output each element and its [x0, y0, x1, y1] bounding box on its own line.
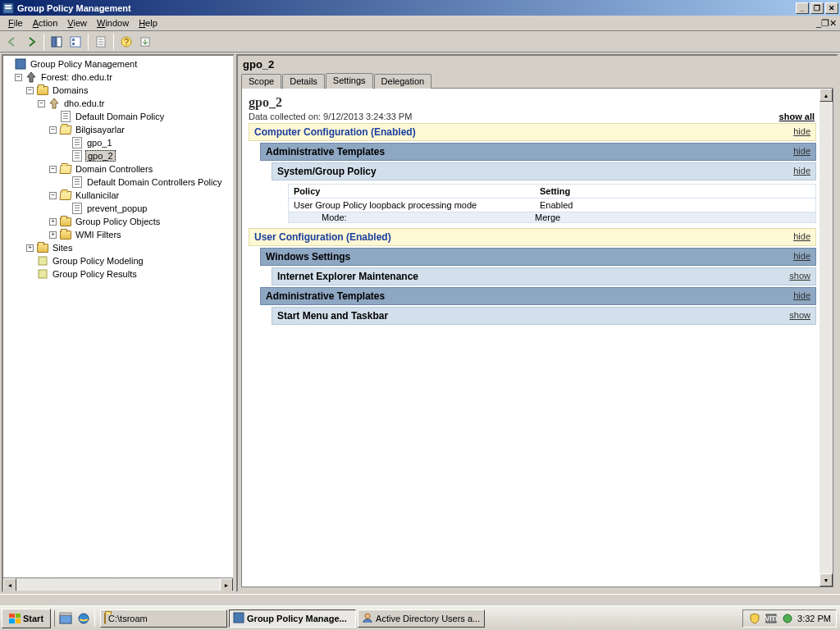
section-computer-configuration[interactable]: Computer Configuration (Enabled) hide [249, 123, 816, 141]
ou-icon [59, 123, 72, 136]
tree-ou-bilgisayarlar[interactable]: Bilgisayarlar [74, 125, 126, 135]
help-button[interactable]: ? [117, 33, 135, 51]
gpmc-icon [233, 612, 244, 625]
tab-details[interactable]: Details [282, 74, 325, 89]
tree-sites[interactable]: Sites [51, 243, 74, 253]
svg-rect-5 [71, 37, 80, 47]
close-button[interactable]: ✕ [825, 2, 838, 14]
menu-window[interactable]: Window [92, 17, 134, 29]
back-button[interactable] [3, 33, 21, 51]
show-link[interactable]: show [789, 310, 810, 322]
export-button[interactable] [136, 33, 154, 51]
minimize-button[interactable]: _ [796, 2, 809, 14]
tree-wmi-filters[interactable]: WMI Filters [74, 230, 123, 240]
tree-ddcp[interactable]: Default Domain Controllers Policy [85, 177, 223, 187]
show-link[interactable]: show [789, 271, 810, 282]
svg-rect-13 [39, 257, 47, 265]
scroll-track[interactable] [819, 102, 833, 573]
properties-button[interactable] [66, 33, 84, 51]
forward-button[interactable] [22, 33, 40, 51]
tab-settings[interactable]: Settings [326, 73, 373, 89]
taskbar-item-explorer[interactable]: C:\tsroam [100, 609, 227, 628]
section-start-menu-taskbar[interactable]: Start Menu and Taskbar show [272, 307, 816, 325]
tab-delegation[interactable]: Delegation [374, 74, 432, 89]
network-icon[interactable] [781, 612, 794, 625]
expand-icon[interactable]: + [26, 244, 34, 252]
policy-name: User Group Policy loopback processing mo… [289, 199, 535, 212]
tree-gp-modeling[interactable]: Group Policy Modeling [51, 256, 145, 266]
show-hide-tree-button[interactable] [48, 33, 66, 51]
mdi-restore-button[interactable]: ❐ [821, 18, 829, 29]
tree-forest[interactable]: Forest: dho.edu.tr [39, 72, 114, 82]
tree-root[interactable]: Group Policy Management [29, 59, 139, 69]
scroll-up-button[interactable]: ▲ [819, 89, 833, 102]
taskbar-clock[interactable]: 3:32 PM [797, 614, 831, 623]
tree-domain[interactable]: dho.edu.tr [62, 98, 107, 108]
report-scrollbar[interactable]: ▲ ▼ [819, 89, 833, 587]
hide-link[interactable]: hide [793, 166, 810, 177]
collapse-icon[interactable]: − [38, 100, 45, 107]
windows-logo-icon [9, 614, 21, 623]
hide-link[interactable]: hide [793, 290, 810, 302]
tree-domains[interactable]: Domains [51, 85, 89, 95]
collapse-icon[interactable]: − [15, 74, 22, 81]
refresh-button[interactable] [92, 33, 110, 51]
gpo-link-icon [71, 136, 84, 149]
collapse-icon[interactable]: − [49, 126, 57, 134]
hide-link[interactable]: hide [793, 251, 810, 262]
section-system-group-policy[interactable]: System/Group Policy hide [272, 162, 816, 180]
menu-file[interactable]: File [3, 17, 28, 29]
section-admin-templates-user[interactable]: Administrative Templates hide [260, 287, 816, 305]
tree-gp-results[interactable]: Group Policy Results [51, 269, 139, 279]
section-user-configuration[interactable]: User Configuration (Enabled) hide [249, 228, 816, 246]
details-pane: gpo_2 Scope Details Settings Delegation … [236, 54, 838, 592]
tree-ddp[interactable]: Default Domain Policy [74, 112, 166, 121]
folder-icon [59, 215, 72, 228]
tree-prevent-popup[interactable]: prevent_popup [85, 203, 148, 213]
scroll-left-button[interactable]: ◄ [3, 578, 16, 591]
vm-tools-icon[interactable]: vm [765, 612, 778, 625]
svg-point-19 [365, 614, 370, 619]
hide-link[interactable]: hide [793, 146, 810, 158]
expand-icon[interactable]: + [49, 218, 57, 226]
scroll-track[interactable] [16, 578, 220, 591]
hide-link[interactable]: hide [793, 231, 810, 243]
collapse-icon[interactable]: − [26, 87, 34, 94]
show-all-link[interactable]: show all [779, 112, 815, 121]
menu-action[interactable]: Action [28, 17, 63, 29]
tree-horizontal-scrollbar[interactable]: ◄ ► [3, 578, 233, 591]
tree-dc[interactable]: Domain Controllers [74, 164, 154, 174]
collapse-icon[interactable]: − [49, 166, 57, 173]
tree-gpo1[interactable]: gpo_1 [85, 138, 114, 148]
section-ie-maintenance[interactable]: Internet Explorer Maintenance show [272, 267, 816, 285]
show-desktop-icon[interactable] [57, 610, 74, 627]
scroll-down-button[interactable]: ▼ [819, 573, 833, 587]
console-tree[interactable]: Group Policy Management −Forest: dho.edu… [3, 56, 233, 578]
menu-help[interactable]: Help [134, 17, 162, 29]
tab-scope[interactable]: Scope [241, 74, 281, 89]
scroll-right-button[interactable]: ► [220, 578, 233, 591]
toolbar: ? [0, 31, 840, 52]
svg-rect-18 [234, 613, 244, 623]
ie-icon[interactable] [75, 610, 92, 627]
table-row: Mode: Merge [289, 212, 815, 222]
restore-button[interactable]: ❐ [810, 2, 824, 14]
taskbar-item-aduc[interactable]: Active Directory Users a... [358, 609, 485, 628]
section-admin-templates[interactable]: Administrative Templates hide [260, 143, 816, 161]
menu-view[interactable]: View [62, 17, 92, 29]
collapse-icon[interactable]: − [49, 192, 57, 199]
table-row: User Group Policy loopback processing mo… [289, 199, 815, 212]
taskbar-item-gpmc[interactable]: Group Policy Manage... [229, 609, 356, 628]
tree-ou-kullanicilar[interactable]: Kullanicilar [74, 190, 121, 200]
tree-gpo-objects[interactable]: Group Policy Objects [74, 217, 162, 226]
window-titlebar: Group Policy Management _ ❐ ✕ [0, 0, 840, 16]
tree-gpo2-selected[interactable]: gpo_2 [85, 150, 116, 162]
section-windows-settings[interactable]: Windows Settings hide [260, 248, 816, 266]
report-collected: Data collected on: 9/12/2013 3:24:33 PM [249, 112, 412, 121]
hide-link[interactable]: hide [793, 126, 810, 138]
expand-icon[interactable]: + [49, 231, 57, 239]
mdi-close-button[interactable]: ✕ [829, 18, 837, 29]
system-tray: vm 3:32 PM [742, 609, 837, 628]
start-button[interactable]: Start [2, 609, 51, 628]
security-shield-icon[interactable] [748, 612, 761, 625]
